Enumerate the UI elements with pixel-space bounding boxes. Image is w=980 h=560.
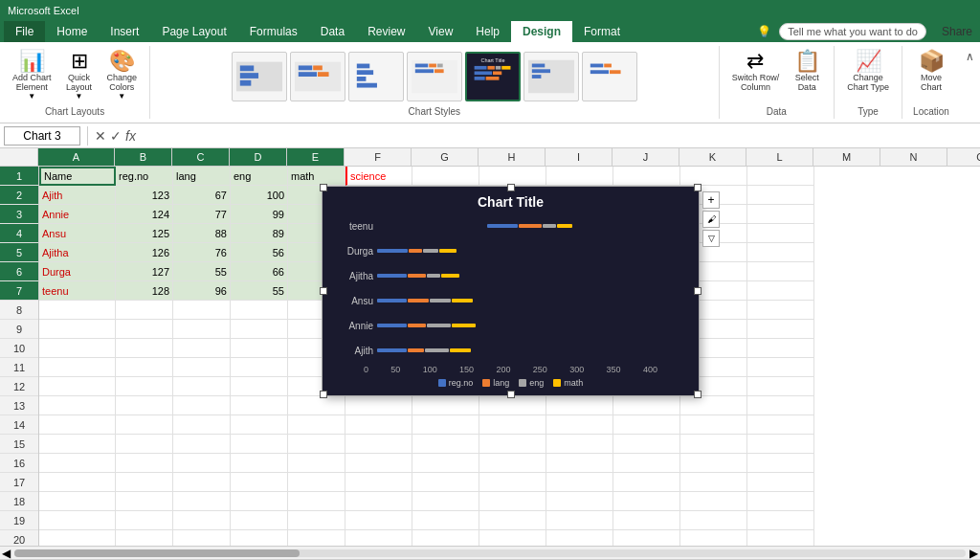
cell-b7[interactable]: 128 (116, 281, 173, 301)
row-header-1[interactable]: 1 (0, 167, 38, 186)
chart-style-5[interactable]: Chart Title (465, 52, 521, 101)
row-header-20[interactable]: 20 (0, 530, 38, 546)
cell-l4[interactable] (747, 224, 814, 243)
cell-a7[interactable]: teenu (39, 281, 116, 301)
scroll-left-icon[interactable]: ◀ (2, 547, 11, 560)
col-header-c[interactable]: C (172, 148, 230, 166)
row-header-12[interactable]: 12 (0, 377, 38, 396)
chart-style-3[interactable] (348, 52, 404, 101)
tab-format[interactable]: Format (572, 21, 632, 42)
formula-input[interactable] (140, 127, 976, 145)
cell-b6[interactable]: 127 (116, 262, 173, 281)
cell-d1[interactable]: eng (231, 167, 288, 186)
chart-style-7[interactable] (582, 52, 637, 101)
resize-handle-tl[interactable] (320, 184, 327, 191)
add-chart-element-button[interactable]: 📊 Add ChartElement ▼ (8, 48, 56, 103)
cell-f1[interactable]: science (345, 167, 412, 186)
row-header-19[interactable]: 19 (0, 511, 38, 530)
cell-a4[interactable]: Ansu (39, 224, 116, 243)
cell-d2[interactable]: 100 (231, 186, 288, 205)
col-header-l[interactable]: L (746, 148, 813, 166)
cell-b5[interactable]: 126 (116, 243, 173, 262)
resize-handle-bl[interactable] (320, 391, 327, 398)
col-header-m[interactable]: M (813, 148, 880, 166)
row-header-8[interactable]: 8 (0, 301, 38, 320)
scroll-right-icon[interactable]: ▶ (969, 547, 978, 560)
cell-a2[interactable]: Ajith (39, 186, 116, 205)
cell-b4[interactable]: 125 (116, 224, 173, 243)
resize-handle-ml[interactable] (320, 287, 327, 295)
row-header-6[interactable]: 6 (0, 262, 38, 281)
col-header-i[interactable]: I (546, 148, 612, 166)
cell-g1[interactable] (412, 167, 479, 186)
quick-layout-button[interactable]: ⊞ QuickLayout ▼ (60, 48, 99, 103)
row-header-5[interactable]: 5 (0, 243, 38, 262)
cell-a3[interactable]: Annie (39, 205, 116, 224)
cell-c2[interactable]: 67 (173, 186, 231, 205)
cell-a1[interactable]: Name (39, 167, 116, 186)
row-header-4[interactable]: 4 (0, 224, 38, 243)
cell-d3[interactable]: 99 (231, 205, 288, 224)
scroll-thumb[interactable] (14, 549, 300, 557)
cell-b3[interactable]: 124 (116, 205, 173, 224)
chart-overlay[interactable]: + 🖌 ▽ Chart Title teenu (322, 186, 700, 396)
cell-c6[interactable]: 55 (173, 262, 231, 281)
tell-me-input[interactable]: Tell me what you want to do (779, 23, 926, 40)
cell-d7[interactable]: 55 (231, 281, 288, 301)
cell-l3[interactable] (747, 205, 814, 224)
col-header-d[interactable]: D (230, 148, 287, 166)
row-header-15[interactable]: 15 (0, 435, 38, 454)
col-header-g[interactable]: G (412, 148, 479, 166)
cell-c4[interactable]: 88 (173, 224, 231, 243)
col-header-e[interactable]: E (287, 148, 345, 166)
scroll-track[interactable] (14, 549, 966, 557)
cell-b2[interactable]: 123 (116, 186, 173, 205)
change-colors-button[interactable]: 🎨 ChangeColors ▼ (102, 48, 143, 103)
tab-design[interactable]: Design (511, 21, 572, 42)
select-data-button[interactable]: 📋 SelectData (788, 48, 826, 95)
tab-data[interactable]: Data (309, 21, 356, 42)
cell-l1[interactable] (747, 167, 814, 186)
cell-c5[interactable]: 76 (173, 243, 231, 262)
col-header-h[interactable]: H (479, 148, 546, 166)
row-header-2[interactable]: 2 (0, 186, 38, 205)
col-header-a[interactable]: A (38, 148, 115, 166)
tab-view[interactable]: View (417, 21, 465, 42)
row-header-14[interactable]: 14 (0, 415, 38, 435)
cell-c7[interactable]: 96 (173, 281, 231, 301)
chart-style-2[interactable] (290, 52, 345, 101)
resize-handle-br[interactable] (694, 391, 702, 398)
chart-style-6[interactable] (523, 52, 579, 101)
col-header-o[interactable]: O (947, 148, 980, 166)
switch-row-col-button[interactable]: ⇄ Switch Row/Column (727, 48, 785, 95)
row-header-10[interactable]: 10 (0, 339, 38, 358)
row-header-13[interactable]: 13 (0, 396, 38, 415)
row-header-18[interactable]: 18 (0, 492, 38, 511)
tab-help[interactable]: Help (464, 21, 511, 42)
cell-d6[interactable]: 66 (231, 262, 288, 281)
resize-handle-mr[interactable] (694, 287, 702, 295)
row-header-17[interactable]: 17 (0, 473, 38, 492)
resize-handle-bc[interactable] (507, 391, 515, 398)
row-header-16[interactable]: 16 (0, 454, 38, 473)
resize-handle-tr[interactable] (694, 184, 702, 191)
col-header-j[interactable]: J (612, 148, 679, 166)
tab-review[interactable]: Review (356, 21, 416, 42)
confirm-formula-icon[interactable]: ✓ (110, 128, 122, 144)
change-chart-type-button[interactable]: 📈 ChangeChart Type (842, 48, 894, 95)
row-header-11[interactable]: 11 (0, 358, 38, 377)
cell-c3[interactable]: 77 (173, 205, 231, 224)
row-header-7[interactable]: 7 (0, 281, 38, 301)
tab-home[interactable]: Home (45, 21, 99, 42)
function-icon[interactable]: fx (125, 128, 136, 144)
row-header-3[interactable]: 3 (0, 205, 38, 224)
cell-e1[interactable]: math (288, 167, 345, 186)
cell-l6[interactable] (747, 262, 814, 281)
cell-i1[interactable] (546, 167, 613, 186)
cell-a5[interactable]: Ajitha (39, 243, 116, 262)
chart-styles-btn[interactable]: 🖌 (702, 211, 720, 228)
col-header-b[interactable]: B (115, 148, 172, 166)
tab-page-layout[interactable]: Page Layout (150, 21, 237, 42)
tab-file[interactable]: File (4, 21, 45, 42)
add-element-btn[interactable]: + (702, 191, 720, 209)
